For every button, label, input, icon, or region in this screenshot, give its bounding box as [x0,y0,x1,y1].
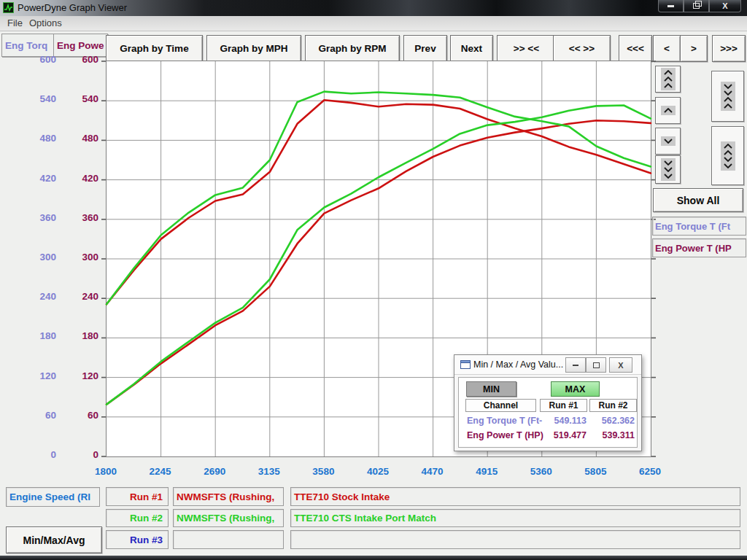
menu-options[interactable]: Options [29,18,62,28]
title-bar[interactable]: PowerDyne Graph Viewer X [0,0,747,16]
zoom-out-x-button[interactable]: << >> [553,35,611,62]
x-axis-label: 5805 [573,466,617,477]
close-icon: X [618,361,623,370]
next-button[interactable]: Next [450,35,493,62]
dialog-close-button[interactable]: X [609,357,632,373]
chevrons-expand-icon [721,141,735,171]
power-row-label: Eng Power T (HP) [467,430,543,440]
app-icon [3,2,14,13]
chevrons-collapse-icon [721,82,735,111]
min-toggle-button[interactable]: MIN [466,381,516,397]
torque-channel-label[interactable]: Eng Torque T (Ft [652,217,746,236]
column-header-run2: Run #2 [589,399,637,412]
power-run2-max: 539.311 [588,430,635,440]
x-axis-label: 2245 [139,466,182,477]
y-scroll-bottom-button[interactable] [655,155,681,184]
scroll-far-left-button[interactable]: <<< [619,35,652,62]
min-max-avg-button[interactable]: Min/Max/Avg [6,526,102,553]
torque-row-label: Eng Torque T (Ft- [467,416,542,426]
y-axis-label-torque: 360 [24,212,56,223]
x-axis-label: 4025 [356,466,400,477]
triple-chevron-up-icon [661,68,676,90]
graph-by-mph-button[interactable]: Graph by MPH [206,35,301,62]
y-axis-label-torque: 240 [24,291,56,302]
run2-source-box: NWMSFTS (Rushing, [173,509,284,527]
y-axis-label-torque: 60 [24,410,56,421]
y-scroll-down-button[interactable] [655,128,681,155]
run1-label-box[interactable]: Run #1 [106,487,169,506]
y-axis-label-torque: 420 [24,173,56,184]
chevron-down-icon [661,136,676,146]
run3-description-box [290,530,740,549]
minimize-button[interactable] [658,0,684,12]
dialog-title: Min / Max / Avg Valu... [473,359,563,370]
prev-button[interactable]: Prev [403,35,447,62]
y-zoom-out-button[interactable] [711,126,744,185]
y-axis-label-torque: 600 [24,54,56,65]
run3-source-box [173,530,284,549]
x-axis-label: 6250 [628,466,672,477]
dialog-body: MIN MAX Channel Run #1 Run #2 Eng Torque… [458,377,638,448]
y-axis-label-torque: 0 [24,449,56,460]
y-axis-label-torque: 300 [24,252,56,262]
close-icon: X [722,2,727,10]
scroll-far-right-button[interactable]: >>> [712,35,746,62]
triple-chevron-down-icon [661,158,676,181]
graph-by-time-button[interactable]: Graph by Time [106,35,203,62]
scroll-right-button[interactable]: > [680,35,708,62]
powerdyne-window: PowerDyne Graph Viewer X File Options En… [0,0,747,560]
column-header-channel: Channel [465,399,536,412]
scroll-left-button[interactable]: < [653,35,681,62]
dialog-maximize-button[interactable] [586,357,606,373]
y-axis-label-power: 180 [66,330,98,341]
maximize-icon [593,362,600,368]
close-button[interactable]: X [709,0,741,12]
zoom-in-x-button[interactable]: >> << [497,35,556,62]
restore-icon [693,3,700,9]
y-axis-label-power: 120 [66,370,98,381]
y-axis-label-power: 0 [66,449,98,460]
graph-by-rpm-button[interactable]: Graph by RPM [305,35,400,62]
x-axis-channel-box[interactable]: Engine Speed (RI [6,487,100,507]
run3-label-box[interactable]: Run #3 [106,530,169,549]
torque-run2-max: 562.362 [588,416,635,426]
restore-button[interactable] [684,0,709,12]
x-axis-label: 2690 [193,466,236,477]
y-zoom-in-button[interactable] [711,71,744,122]
power-channel-label[interactable]: Eng Power T (HP [652,238,746,257]
x-axis-label: 4915 [465,466,508,477]
run2-label-box[interactable]: Run #2 [106,509,169,527]
run2-description-box: TTE710 CTS Intake Port Match [290,509,740,527]
y-axis-label-power: 240 [66,291,98,302]
x-axis-label: 1800 [84,466,128,477]
y-axis-label-power: 420 [66,173,98,184]
y-scroll-top-button[interactable] [655,66,681,93]
y-scroll-up-button[interactable] [655,97,681,124]
y-axis-label-power: 600 [66,54,98,65]
x-axis-label: 3580 [301,466,345,477]
max-toggle-button[interactable]: MAX [551,381,600,397]
power-run1-max: 519.477 [540,430,587,440]
run1-description-box: TTE710 Stock Intake [290,487,740,506]
x-axis-label: 4470 [411,466,454,477]
y-axis-label-power: 360 [66,212,98,223]
menu-file[interactable]: File [7,18,23,28]
y-axis-label-torque: 180 [24,330,56,341]
chevron-up-icon [661,106,676,115]
window-title: PowerDyne Graph Viewer [18,2,127,13]
y-axis-label-torque: 120 [24,370,56,381]
y-axis-label-torque: 480 [24,133,56,144]
torque-run1-max: 549.113 [540,416,587,426]
window-bottom-frame [0,556,747,560]
dialog-title-bar[interactable]: Min / Max / Avg Valu... X [454,355,641,375]
min-max-avg-dialog: Min / Max / Avg Valu... X MIN MAX Channe… [454,354,642,451]
dialog-minimize-button[interactable] [565,357,586,373]
y-axis-label-power: 480 [66,133,98,144]
minimize-icon [573,365,578,366]
menu-bar: File Options [0,16,747,31]
x-axis-label: 3135 [247,466,291,477]
show-all-button[interactable]: Show All [653,188,743,212]
minimize-icon [667,5,674,7]
y-axis-label-power: 60 [66,410,98,421]
x-axis-label: 5360 [519,466,563,477]
